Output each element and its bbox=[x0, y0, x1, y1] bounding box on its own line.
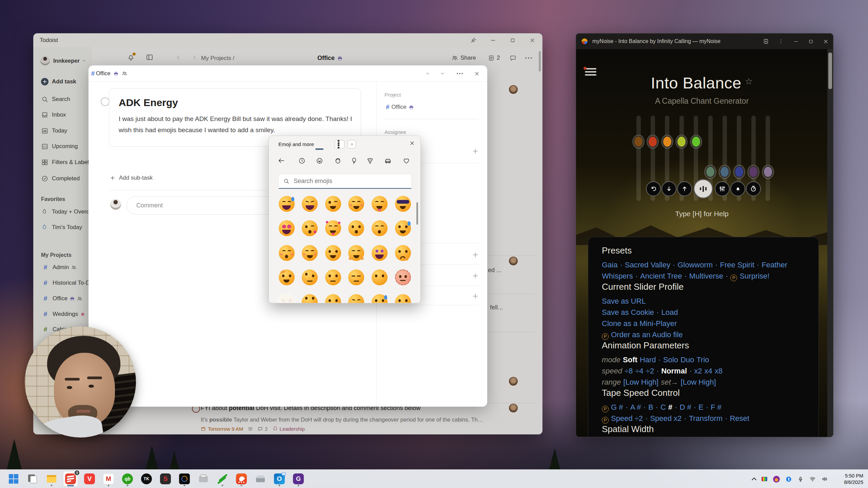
emoji-smiling-face[interactable] bbox=[300, 243, 319, 262]
panel-link[interactable]: Gaia bbox=[602, 261, 617, 269]
taskbar-phone[interactable] bbox=[215, 471, 230, 487]
wifi-icon[interactable] bbox=[809, 476, 816, 482]
task-title[interactable]: ADK Energy bbox=[119, 97, 361, 108]
heart-emoji-tab[interactable] bbox=[401, 156, 411, 166]
panel-link[interactable]: D # bbox=[679, 403, 691, 411]
balloon-emoji-tab[interactable] bbox=[349, 156, 359, 166]
pizza-emoji-tab[interactable] bbox=[365, 156, 375, 166]
panel-link[interactable]: Speed ÷2 bbox=[611, 414, 643, 423]
panel-link[interactable]: Trio bbox=[696, 355, 709, 364]
project-selector[interactable]: # Office bbox=[386, 103, 414, 111]
side-row-add-button[interactable] bbox=[472, 147, 479, 155]
panel-link[interactable]: Reset bbox=[730, 414, 749, 423]
scrollbar[interactable] bbox=[827, 49, 833, 437]
minimize-button[interactable] bbox=[788, 34, 803, 49]
slider-knob[interactable] bbox=[734, 166, 744, 178]
panel-link[interactable]: ÷4 bbox=[635, 367, 643, 375]
slider-knob[interactable] bbox=[763, 166, 773, 178]
emoji-face-without-mouth[interactable] bbox=[370, 268, 389, 287]
emoji-kissing-face-with-smiling-eyes[interactable] bbox=[370, 219, 389, 238]
panel-link[interactable]: G # bbox=[611, 403, 623, 411]
panel-link[interactable]: Multiverse bbox=[689, 272, 723, 280]
panel-link[interactable]: F # bbox=[711, 403, 722, 411]
menu-kebab-icon[interactable] bbox=[773, 34, 788, 49]
panel-link[interactable]: Ancient Tree bbox=[640, 272, 682, 280]
taskbar-start[interactable] bbox=[6, 471, 21, 487]
panel-link[interactable]: Clone as a Mini-Player bbox=[602, 319, 677, 328]
emoji-face-with-rolling-eyes[interactable] bbox=[300, 292, 319, 303]
side-row-add-button[interactable] bbox=[472, 251, 479, 259]
maximize-button[interactable] bbox=[803, 34, 818, 49]
slider-knob[interactable] bbox=[633, 136, 644, 148]
emoji-face-savoring-food[interactable] bbox=[370, 194, 389, 213]
taskbar-s-app[interactable]: S bbox=[158, 471, 173, 487]
emoji-face-with-open-mouth[interactable] bbox=[393, 292, 412, 303]
timer-button[interactable] bbox=[746, 181, 761, 196]
slider-knob[interactable] bbox=[719, 166, 730, 178]
panel-link[interactable]: Hard bbox=[640, 355, 656, 364]
people-emoji-tab[interactable] bbox=[333, 156, 343, 166]
emoji-smiling-face-with-sunglasses[interactable] bbox=[393, 194, 412, 213]
emoji-smiling-face-with-open-hands[interactable] bbox=[347, 243, 366, 262]
emoji-smiling-face-with-hearts[interactable] bbox=[323, 219, 342, 238]
slider-knob[interactable] bbox=[676, 136, 687, 148]
panel-link[interactable]: Order as an Audio file bbox=[611, 330, 683, 339]
star-icon[interactable]: ☆ bbox=[745, 76, 753, 86]
taskbar-flame-app[interactable] bbox=[234, 471, 249, 487]
emoji-smirking-face[interactable] bbox=[323, 292, 342, 303]
bell-button[interactable] bbox=[730, 181, 745, 196]
bluetooth-icon[interactable] bbox=[786, 476, 792, 482]
task-description-line[interactable]: I was just about to pay the ADK Energy B… bbox=[119, 113, 361, 124]
slider-track[interactable] bbox=[766, 116, 770, 201]
taskbar-todoist[interactable]: 9 bbox=[63, 471, 78, 487]
taskbar-vivaldi[interactable]: V bbox=[82, 471, 97, 487]
emoji-search-input[interactable]: Search emojis bbox=[278, 174, 412, 189]
volume-down-button[interactable] bbox=[662, 181, 676, 196]
emoji-grid-view-button[interactable] bbox=[335, 140, 344, 148]
tray-expand-icon[interactable] bbox=[752, 477, 756, 482]
panel-link[interactable]: Duo bbox=[680, 355, 694, 364]
taskbar-task-view[interactable] bbox=[25, 471, 40, 487]
panel-link[interactable]: A # bbox=[630, 403, 641, 411]
panel-link[interactable]: Save as URL bbox=[602, 297, 646, 305]
add-subtask-button[interactable]: Add sub-task bbox=[110, 175, 153, 181]
task-checkbox[interactable] bbox=[101, 97, 110, 106]
kaomoji-button[interactable] bbox=[348, 140, 356, 148]
panel-link[interactable]: x8 bbox=[715, 367, 723, 375]
more-options-icon[interactable] bbox=[455, 69, 465, 78]
panel-link[interactable]: ÷8 bbox=[625, 367, 633, 375]
taskbar-outlook[interactable]: O bbox=[272, 471, 287, 487]
animation-pause-button[interactable] bbox=[693, 179, 713, 199]
panel-link[interactable]: E bbox=[698, 403, 704, 411]
emoji-dotted-line-face[interactable] bbox=[393, 268, 412, 287]
taskbar-quickbooks[interactable]: qb bbox=[120, 471, 135, 487]
microphone-icon[interactable] bbox=[797, 476, 804, 482]
smileys-emoji-tab[interactable] bbox=[314, 156, 324, 166]
panel-link[interactable]: B bbox=[648, 403, 653, 411]
emoji-grinning-squinting-face[interactable] bbox=[300, 194, 319, 213]
panel-link[interactable]: x4 bbox=[705, 367, 712, 375]
slider-track[interactable] bbox=[636, 116, 641, 201]
emoji-winking-face[interactable] bbox=[323, 194, 342, 213]
emoji-face-with-raised-eyebrow[interactable] bbox=[300, 268, 319, 287]
taskbar-fax[interactable] bbox=[196, 471, 211, 487]
taskbar-tk-app[interactable]: TK bbox=[139, 471, 154, 487]
scrollbar-thumb[interactable] bbox=[828, 53, 832, 89]
mixer-button[interactable] bbox=[715, 181, 730, 196]
taskbar-scanner[interactable] bbox=[253, 471, 268, 487]
panel-link[interactable]: Transform bbox=[689, 414, 723, 423]
emoji-slightly-smiling-face[interactable] bbox=[323, 243, 342, 262]
panel-link[interactable]: Save as Cookie bbox=[602, 308, 654, 317]
emoji-neutral-face[interactable] bbox=[323, 268, 342, 287]
close-icon[interactable] bbox=[409, 140, 415, 146]
app-install-icon[interactable] bbox=[758, 34, 773, 49]
emoji-saluting-face[interactable] bbox=[277, 268, 296, 287]
panel-link[interactable]: [Low High] bbox=[681, 378, 716, 386]
emoji-persevering-face[interactable] bbox=[347, 292, 366, 303]
taskbar-gmail[interactable]: M bbox=[101, 471, 116, 487]
panel-link[interactable]: [Low High] bbox=[623, 378, 658, 386]
panel-link[interactable]: x2 bbox=[694, 367, 702, 375]
panel-link[interactable]: Free Spirit bbox=[720, 261, 754, 269]
slider-knob[interactable] bbox=[705, 166, 715, 178]
emoji-kissing-face-with-closed-eyes[interactable] bbox=[277, 243, 296, 262]
